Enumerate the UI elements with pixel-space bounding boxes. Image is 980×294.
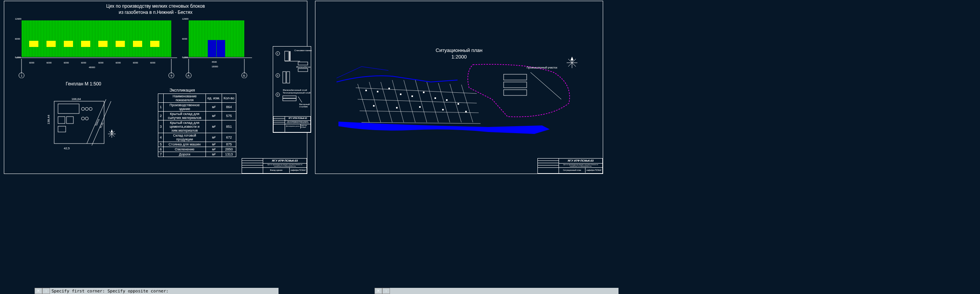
sheet2-frame: Ситуационный план 1:2000 (315, 1, 603, 174)
svg-text:1: 1 (21, 74, 23, 77)
svg-text:6000: 6000 (46, 62, 52, 64)
svg-text:48000: 48000 (89, 66, 95, 68)
elev2-dims: 12600 6000 0,200 4500 18000 А Б (179, 17, 256, 78)
svg-text:Железобетонный слой: Железобетонный слой (283, 89, 307, 91)
close-icon[interactable]: ✕ (35, 288, 42, 294)
svg-rect-75 (365, 90, 367, 91)
svg-rect-82 (446, 99, 448, 101)
explication-table: Наименование показателя ед. изм. Кол-во … (158, 94, 236, 157)
sitplan-title: Ситуационный план 1:2000 (315, 47, 603, 60)
svg-text:Промышленный участок: Промышленный участок (527, 66, 557, 69)
svg-text:6000: 6000 (81, 62, 86, 64)
cmd-buttons-left: ✕ › (35, 288, 50, 294)
svg-rect-59 (298, 62, 308, 65)
compass-icon (564, 55, 580, 70)
svg-rect-70 (283, 96, 296, 98)
th-val: Кол-во (222, 94, 236, 103)
svg-text:6000: 6000 (15, 38, 20, 40)
svg-point-39 (81, 107, 85, 110)
cmd-buttons-right: ✕ › (375, 288, 390, 294)
svg-text:1: 1 (277, 52, 279, 55)
svg-rect-86 (442, 109, 444, 110)
svg-rect-61 (298, 68, 308, 72)
svg-rect-84 (396, 107, 398, 109)
svg-point-40 (85, 107, 88, 110)
situational-plan: Промышленный участок (335, 61, 584, 145)
svg-rect-38 (58, 126, 66, 132)
th-unit: ед. изм. (206, 94, 222, 103)
svg-rect-65 (287, 72, 290, 83)
svg-text:А: А (187, 74, 190, 77)
right-viewport[interactable]: Ситуационный план 1:2000 (315, 0, 603, 181)
svg-rect-79 (411, 95, 413, 97)
svg-line-92 (531, 72, 561, 99)
th-name: Наименование показателя (164, 94, 206, 103)
svg-text:6000: 6000 (64, 62, 69, 64)
svg-line-72 (298, 97, 302, 102)
svg-text:12600: 12600 (182, 18, 189, 20)
svg-point-43 (85, 117, 88, 120)
svg-rect-91 (504, 90, 527, 95)
title-line1: Цех по производству мелких стеновых блок… (4, 3, 307, 10)
detail-stamp: ЯГУ ИТФ ПСМиК-03 Цех по производству мел… (273, 116, 311, 132)
genplan: 166,64 138,44 42,5 Трасса 81,85 (46, 95, 119, 151)
genplan-title: Генплан М 1:500 (66, 81, 101, 87)
svg-rect-81 (434, 97, 436, 99)
svg-text:6000: 6000 (29, 62, 35, 64)
svg-rect-90 (504, 82, 527, 88)
svg-rect-76 (377, 91, 378, 92)
svg-rect-88 (465, 111, 467, 112)
svg-marker-52 (111, 129, 113, 132)
svg-text:18000: 18000 (212, 65, 218, 68)
svg-text:4500: 4500 (212, 61, 217, 63)
svg-point-42 (81, 117, 85, 120)
svg-rect-55 (285, 51, 289, 61)
svg-text:0,200: 0,200 (15, 56, 21, 58)
svg-text:6000: 6000 (133, 62, 138, 64)
svg-text:81,85: 81,85 (99, 122, 104, 129)
title-line2: из газобетона в п.Нижний - Бестях (4, 10, 307, 16)
left-viewport[interactable]: Цех по производству мелких стеновых блок… (0, 0, 311, 181)
svg-text:138,44: 138,44 (47, 115, 50, 124)
svg-rect-85 (419, 106, 421, 108)
svg-text:0,200: 0,200 (182, 56, 188, 58)
svg-text:9: 9 (171, 74, 172, 77)
sheet1-frame: Цех по производству мелких стеновых блок… (4, 1, 307, 174)
close-icon[interactable]: ✕ (375, 288, 382, 294)
svg-text:6000: 6000 (182, 38, 187, 40)
svg-rect-89 (504, 74, 527, 80)
svg-text:Трасса: Трасса (95, 119, 100, 127)
explication-title: Экспликация (169, 88, 195, 92)
svg-text:42,5: 42,5 (64, 147, 70, 150)
svg-text:166,64: 166,64 (71, 97, 81, 101)
svg-rect-87 (458, 103, 459, 105)
sheet1-title: Цех по производству мелких стеновых блок… (4, 3, 307, 15)
svg-rect-35 (58, 104, 79, 114)
command-line-left[interactable]: Specify first corner: Specify opposite c… (50, 288, 279, 294)
svg-text:Теплоизоляционный слой: Теплоизоляционный слой (283, 92, 310, 94)
svg-text:12600: 12600 (15, 18, 22, 20)
svg-marker-98 (570, 57, 574, 60)
svg-text:столбик: столбик (299, 105, 308, 108)
sheet2-stamp: ЯГУ ИТФ ПСМиК-03 Цех по производству мел… (537, 158, 603, 174)
svg-rect-80 (423, 92, 425, 93)
command-line-right[interactable] (390, 288, 619, 294)
svg-text:Железобетон: Железобетон (296, 66, 310, 68)
chevron-icon[interactable]: › (42, 288, 50, 294)
svg-text:6000: 6000 (98, 62, 104, 64)
svg-rect-36 (58, 117, 65, 124)
svg-rect-78 (400, 94, 401, 95)
svg-text:6000: 6000 (150, 62, 156, 64)
svg-rect-71 (283, 99, 296, 101)
svg-text:6000: 6000 (116, 62, 121, 64)
svg-rect-77 (388, 88, 390, 89)
detail-sheet: 1 Стеновая панель Железобетон 2 3 Железо… (273, 46, 311, 133)
svg-text:3: 3 (277, 94, 279, 96)
svg-rect-83 (373, 105, 375, 107)
sheet1-stamp: ЯГУ ИТФ ПСМиК-03 Цех по производству мел… (242, 158, 307, 174)
chevron-icon[interactable]: › (382, 288, 390, 294)
svg-text:Б: Б (243, 74, 245, 77)
th-num (158, 94, 164, 103)
svg-point-41 (89, 107, 92, 110)
elev1-dims: 12600 6000 0,200 6000 6000 6000 6000 600… (8, 17, 181, 78)
